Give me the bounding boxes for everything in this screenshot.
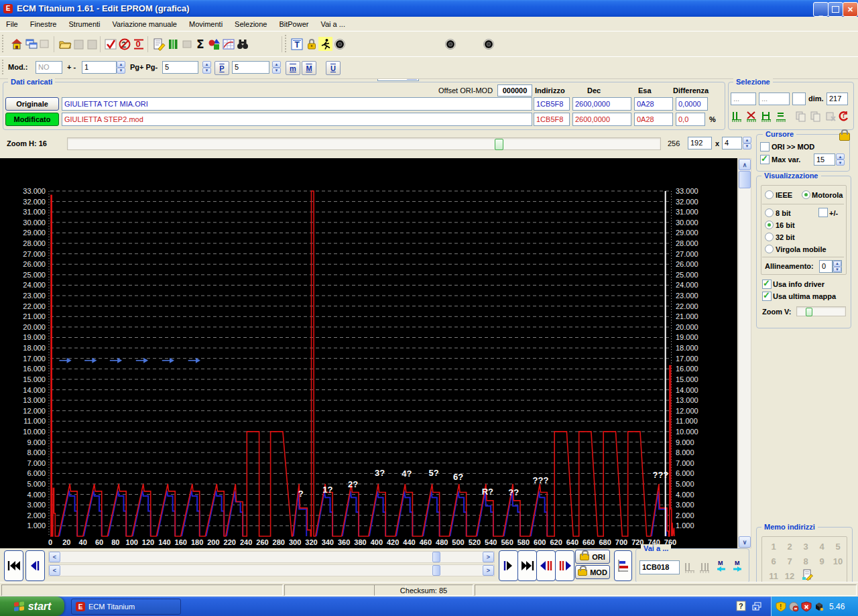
hscroll-bottom-thumb[interactable] — [432, 565, 440, 576]
8bit-radio[interactable] — [765, 208, 774, 217]
home-icon[interactable] — [9, 37, 23, 51]
menu-item[interactable]: Finestre — [24, 18, 63, 30]
u-button[interactable]: U — [326, 61, 341, 75]
mod-lock-button[interactable]: MOD — [575, 565, 610, 579]
memo-slot[interactable]: 5 — [835, 542, 840, 552]
memo-slot[interactable]: 7 — [787, 556, 792, 566]
pg-field[interactable]: 5 — [162, 61, 198, 74]
zoom-v-slider[interactable] — [796, 306, 846, 316]
check-icon[interactable] — [103, 37, 117, 51]
p-button[interactable]: P — [214, 61, 229, 75]
height-field[interactable]: 4 — [722, 137, 742, 149]
go-first-button[interactable] — [4, 550, 23, 581]
width-field[interactable]: 192 — [688, 137, 712, 149]
memo-slot[interactable]: 2 — [787, 542, 792, 552]
scroll-down-icon[interactable]: ∨ — [739, 536, 751, 548]
height-spinner[interactable]: ▲▼ — [743, 137, 751, 149]
spin-down-icon[interactable]: ▼ — [833, 267, 841, 273]
originale-button[interactable]: Originale — [5, 97, 59, 111]
spin-down-icon[interactable]: ▼ — [836, 160, 845, 166]
originale-file-field[interactable]: GIULIETTA TCT MIA.ORI — [62, 97, 532, 111]
go-last-button[interactable] — [517, 550, 537, 581]
plus-minus-checkbox[interactable] — [818, 208, 828, 217]
chart-vscrollbar[interactable]: ∧ ∨ — [738, 158, 751, 548]
network-status-icon[interactable] — [788, 601, 799, 612]
spin-down-icon[interactable]: ▼ — [202, 68, 211, 74]
selezione-extra-field[interactable] — [792, 93, 806, 105]
menu-item[interactable]: Variazione manuale — [107, 18, 183, 30]
memo-slot[interactable]: 1 — [771, 542, 776, 552]
selezione-end-field[interactable]: ... — [759, 93, 790, 105]
vai-a-field[interactable]: 1CB018 — [639, 560, 680, 574]
usa-ultima-mappa-checkbox[interactable] — [762, 292, 772, 301]
32bit-radio[interactable] — [765, 233, 774, 241]
memo-slot[interactable]: 3 — [803, 542, 808, 552]
scroll-up-icon[interactable]: ∧ — [739, 159, 751, 170]
step-back-button[interactable] — [25, 550, 45, 581]
selection-range-icon[interactable] — [760, 111, 772, 123]
taskbar-item-ecm[interactable]: E ECM Titanium — [71, 599, 181, 615]
ieee-radio[interactable] — [765, 190, 774, 199]
scroll-right-icon[interactable]: > — [483, 565, 494, 576]
t-frame-icon[interactable]: T — [290, 37, 304, 51]
columns-icon[interactable] — [166, 37, 180, 51]
minimize-button[interactable]: _ — [813, 2, 829, 17]
originale-dec-field[interactable]: 2600,0000 — [572, 97, 631, 111]
padlock-icon[interactable] — [304, 37, 318, 51]
application-cube-icon[interactable] — [814, 601, 824, 612]
p-spinner[interactable]: ▲▼ — [272, 61, 281, 74]
map-chart-canvas[interactable]: 1.0001.0002.0002.0003.0003.0004.0004.000… — [0, 158, 737, 548]
ori-lock-button[interactable]: ORI — [575, 550, 610, 564]
spin-up-icon[interactable]: ▲ — [117, 61, 125, 68]
runner-icon[interactable] — [318, 37, 332, 51]
modificato-esa-field[interactable]: 0A28 — [634, 113, 673, 126]
zoom-v-slider-thumb[interactable] — [806, 308, 812, 316]
map-chart[interactable]: 1.0001.0002.0002.0003.0003.0004.0004.000… — [0, 158, 737, 548]
pg-spinner[interactable]: ▲▼ — [202, 61, 211, 74]
menu-item[interactable]: Vai a ... — [314, 18, 351, 30]
marker-back-icon[interactable]: M — [715, 559, 728, 575]
maximize-button[interactable] — [828, 2, 843, 17]
security-alert-shield-icon[interactable]: ! — [776, 601, 786, 612]
lock-icon[interactable] — [839, 133, 850, 141]
virgola-mobile-radio[interactable] — [765, 245, 774, 253]
toolbar-grip[interactable] — [285, 35, 289, 52]
marker-forward-icon[interactable]: M — [731, 559, 744, 575]
zoom-h-slider-thumb[interactable] — [495, 139, 503, 150]
menu-item[interactable]: Movimenti — [183, 18, 229, 30]
zoom-h-slider[interactable] — [67, 137, 661, 150]
chart-vscroll-thumb[interactable] — [739, 171, 751, 188]
spin-down-icon[interactable]: ▼ — [272, 68, 281, 74]
hscrollbar-top[interactable]: < > — [48, 551, 495, 563]
spin-up-icon[interactable]: ▲ — [743, 137, 751, 143]
max-var-checkbox[interactable] — [760, 155, 770, 164]
table-graph-icon[interactable] — [221, 37, 235, 51]
usa-info-driver-checkbox[interactable] — [762, 280, 772, 289]
spin-down-icon[interactable]: ▼ — [117, 68, 125, 74]
memo-slot[interactable]: 6 — [771, 556, 776, 566]
hscrollbar-bottom[interactable]: < > — [48, 564, 495, 576]
memo-slot[interactable]: 8 — [803, 556, 808, 566]
memo-slot[interactable]: 9 — [819, 556, 824, 566]
menu-item[interactable]: BitPower — [273, 18, 314, 30]
step-forward-button[interactable] — [499, 550, 518, 581]
max-button[interactable]: M — [302, 61, 316, 75]
toolbar-grip[interactable] — [2, 35, 6, 52]
originale-indirizzo-field[interactable]: 1CB5F8 — [534, 97, 570, 111]
memo-slot[interactable]: 10 — [833, 556, 843, 566]
selection-cancel-icon[interactable] — [745, 111, 757, 123]
sigma-icon[interactable]: Σ — [193, 37, 207, 51]
modificato-dec-field[interactable]: 2600,0000 — [572, 113, 631, 126]
selection-start-icon[interactable] — [731, 111, 743, 123]
p-field[interactable]: 5 — [232, 61, 269, 74]
cascade-windows-icon[interactable] — [24, 37, 38, 51]
prev-difference-button[interactable] — [536, 550, 556, 581]
shapes-icon[interactable] — [207, 37, 221, 51]
start-button[interactable]: start — [0, 597, 64, 616]
menu-item[interactable]: File — [0, 18, 24, 30]
ori-mod-checkbox[interactable] — [760, 142, 770, 151]
min-button[interactable]: m — [286, 61, 300, 75]
allineamento-field[interactable]: 0 — [819, 260, 833, 273]
allineamento-spinner[interactable]: ▲▼ — [833, 260, 842, 273]
originale-diff-field[interactable]: 0,0000 — [676, 97, 708, 111]
